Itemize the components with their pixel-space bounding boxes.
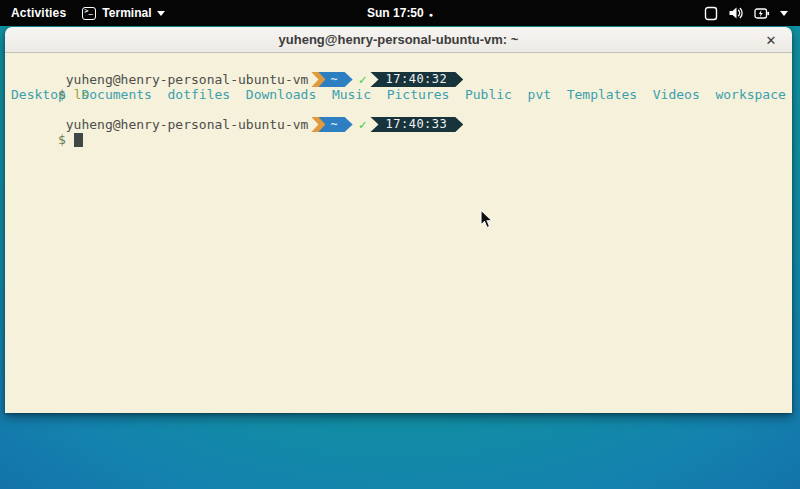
battery-charging-icon — [754, 7, 770, 20]
window-titlebar[interactable]: yuheng@henry-personal-ubuntu-vm: ~ ✕ — [5, 27, 792, 53]
prompt-line-2: yuheng@henry-personal-ubuntu-vm~✓17:40:3… — [11, 102, 792, 117]
app-menu-button[interactable]: Terminal — [82, 6, 165, 20]
terminal-window: yuheng@henry-personal-ubuntu-vm: ~ ✕ yuh… — [5, 27, 792, 413]
prompt-line-1: yuheng@henry-personal-ubuntu-vm~✓17:40:3… — [11, 57, 792, 72]
prompt-time-segment: 17:40:32 — [370, 72, 463, 87]
top-bar-left: Activities Terminal — [0, 6, 165, 20]
prompt-user: yuheng@henry-personal-ubuntu-vm — [58, 72, 308, 87]
notification-dot-icon: ● — [429, 11, 433, 18]
app-menu-label: Terminal — [102, 6, 151, 20]
prompt-time-segment: 17:40:33 — [370, 117, 463, 132]
terminal-cursor — [74, 133, 83, 147]
close-button[interactable]: ✕ — [760, 27, 782, 53]
window-title: yuheng@henry-personal-ubuntu-vm: ~ — [279, 32, 519, 47]
display-icon — [704, 6, 718, 21]
status-check-icon: ✓ — [359, 72, 367, 87]
volume-icon — [728, 6, 744, 20]
activities-button[interactable]: Activities — [11, 6, 66, 20]
top-bar: Activities Terminal Sun 17:50 ● — [0, 0, 800, 26]
status-check-icon: ✓ — [359, 117, 367, 132]
prompt-char: $ — [58, 132, 66, 147]
clock-label: Sun 17:50 — [367, 6, 424, 20]
ls-output-line: Desktop Documents dotfiles Downloads Mus… — [11, 87, 792, 102]
chevron-down-icon — [780, 11, 788, 16]
prompt-user: yuheng@henry-personal-ubuntu-vm — [58, 117, 308, 132]
chevron-down-icon — [157, 11, 165, 16]
terminal-content[interactable]: yuheng@henry-personal-ubuntu-vm~✓17:40:3… — [5, 53, 792, 413]
terminal-icon — [82, 7, 96, 20]
system-status-area[interactable] — [704, 6, 800, 21]
